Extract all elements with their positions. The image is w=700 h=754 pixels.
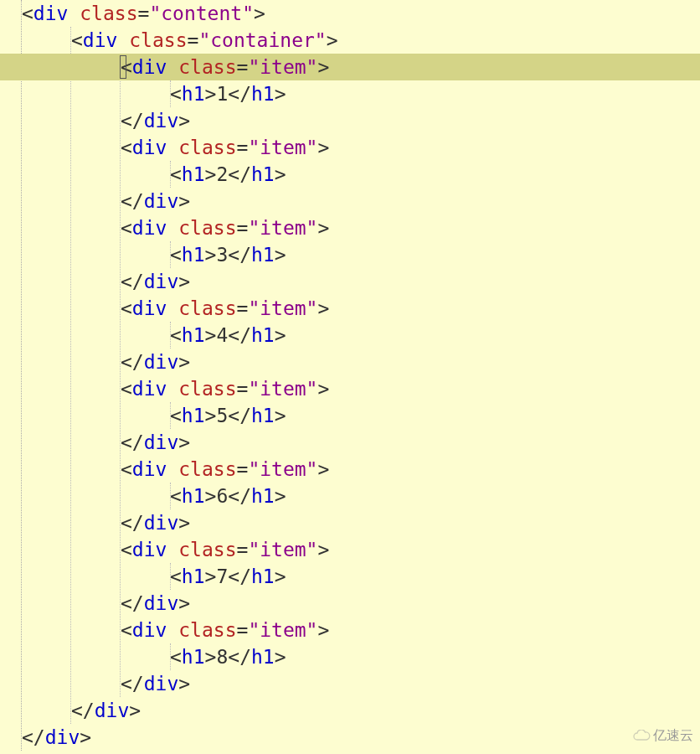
code-line[interactable]: </div>: [0, 670, 700, 697]
code-line[interactable]: <h1>3</h1>: [0, 241, 700, 268]
code-line[interactable]: <div class="item">: [0, 54, 700, 80]
code-line[interactable]: <div class="item">: [0, 536, 700, 563]
code-line[interactable]: <h1>8</h1>: [0, 643, 700, 670]
code-line[interactable]: <div class="content">: [0, 0, 700, 27]
code-line[interactable]: <h1>2</h1>: [0, 161, 700, 188]
code-line[interactable]: </div>: [0, 349, 700, 375]
indent-guide: [170, 563, 171, 590]
watermark-text: 亿速云: [653, 722, 693, 749]
code-line[interactable]: <div class="container">: [0, 27, 700, 54]
cursor: [120, 55, 126, 79]
code-line[interactable]: </div>: [0, 590, 700, 617]
code-line[interactable]: <h1>1</h1>: [0, 80, 700, 107]
cloud-icon: [632, 730, 651, 741]
code-line[interactable]: <h1>4</h1>: [0, 322, 700, 349]
indent-guide: [170, 241, 171, 268]
code-line[interactable]: </div>: [0, 509, 700, 536]
code-line[interactable]: <h1>6</h1>: [0, 483, 700, 509]
code-line[interactable]: </div>: [0, 107, 700, 134]
code-line[interactable]: <div class="item">: [0, 295, 700, 322]
indent-guide: [170, 402, 171, 429]
code-line[interactable]: <h1>5</h1>: [0, 402, 700, 429]
code-line[interactable]: <h1>7</h1>: [0, 563, 700, 590]
code-line[interactable]: </div>: [0, 188, 700, 214]
indent-guide: [170, 161, 171, 188]
indent-guide: [170, 80, 171, 107]
code-line[interactable]: <div class="item">: [0, 214, 700, 241]
code-line[interactable]: </div>: [0, 268, 700, 295]
code-line[interactable]: </div>: [0, 429, 700, 456]
code-line[interactable]: </div>: [0, 697, 700, 724]
indent-guide: [170, 483, 171, 509]
code-line[interactable]: <div class="item">: [0, 134, 700, 161]
code-line[interactable]: <div class="item">: [0, 375, 700, 402]
indent-guide: [170, 643, 171, 670]
indent-guide: [170, 322, 171, 349]
code-editor[interactable]: <div class="content"><div class="contain…: [0, 0, 700, 751]
code-line[interactable]: </div>: [0, 724, 700, 751]
code-line[interactable]: <div class="item">: [0, 617, 700, 643]
watermark: 亿速云: [632, 722, 693, 749]
code-line[interactable]: <div class="item">: [0, 456, 700, 483]
